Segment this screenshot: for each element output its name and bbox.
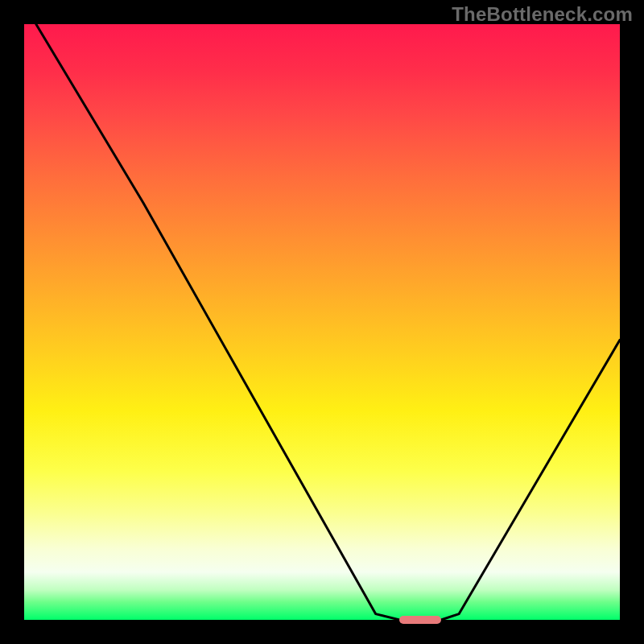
chart-container: TheBottleneck.com (0, 0, 644, 644)
bottleneck-curve (24, 24, 620, 620)
optimal-marker (399, 616, 441, 624)
plot-area (24, 24, 620, 620)
watermark-text: TheBottleneck.com (452, 3, 633, 26)
